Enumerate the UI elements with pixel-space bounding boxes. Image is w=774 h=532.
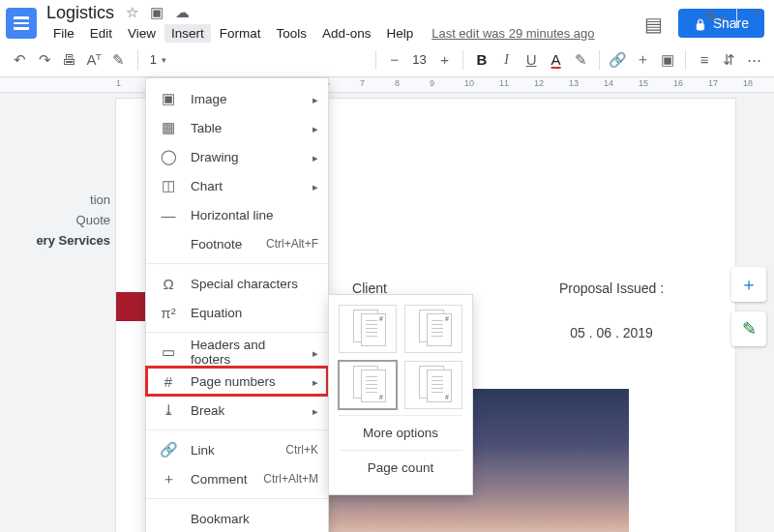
menu-view[interactable]: View — [121, 24, 163, 43]
zoom-select[interactable]: 1 — [146, 52, 170, 67]
insert-break[interactable]: ⤓Break — [146, 396, 328, 425]
open-comments-icon[interactable]: ▤ — [643, 13, 665, 34]
page-count-item[interactable]: Page count — [339, 451, 462, 485]
document-title[interactable]: Logistics — [46, 3, 114, 23]
horizontal-line-icon: — — [158, 207, 179, 223]
star-icon[interactable]: ☆ — [124, 5, 139, 20]
page-numbers-more-options[interactable]: More options — [339, 416, 462, 450]
move-icon[interactable]: ▣ — [149, 5, 164, 20]
outline-item[interactable]: Quote — [0, 210, 110, 230]
pagenum-option-header-right[interactable]: # — [339, 305, 397, 353]
underline-icon[interactable]: U — [521, 48, 542, 72]
title-block: Logistics ☆ ▣ ☁ FileEditViewInsertFormat… — [46, 3, 643, 44]
menu-item-label: Table — [191, 121, 309, 135]
last-edit-link[interactable]: Last edit was 29 minutes ago — [432, 26, 594, 41]
menu-item-label: Break — [191, 403, 309, 418]
menu-bar: FileEditViewInsertFormatToolsAdd-onsHelp… — [46, 22, 643, 44]
undo-icon[interactable]: ↶ — [10, 48, 31, 72]
font-size-value[interactable]: 13 — [408, 52, 430, 67]
insert-bookmark[interactable]: Bookmark — [146, 504, 328, 532]
menu-item-label: Image — [191, 92, 309, 106]
pagenum-option-footer-right-skip-first[interactable]: # — [404, 361, 462, 409]
shortcut-label: Ctrl+Alt+M — [263, 472, 318, 486]
font-size-inc[interactable]: + — [434, 48, 456, 72]
submenu-arrow-icon — [309, 179, 318, 193]
table-icon: ▦ — [158, 119, 179, 136]
insert-drawing[interactable]: ◯Drawing — [146, 142, 328, 171]
menu-item-label: Chart — [191, 179, 309, 193]
insert-horizontal-line[interactable]: —Horizontal line — [146, 200, 328, 229]
accent-bar — [116, 292, 147, 321]
docs-logo[interactable] — [6, 8, 37, 39]
insert-headers-and-footers[interactable]: ▭Headers and footers — [146, 338, 328, 367]
menu-tools[interactable]: Tools — [270, 24, 314, 43]
italic-icon[interactable]: I — [496, 48, 518, 72]
pagenum-option-footer-right[interactable]: # — [339, 361, 397, 409]
chart-icon: ◫ — [158, 177, 179, 194]
add-comment-fab[interactable]: ＋ — [731, 267, 766, 302]
insert-menu-dropdown[interactable]: ▣Image▦Table◯Drawing◫Chart—Horizontal li… — [145, 77, 329, 532]
spellcheck-icon[interactable]: Aᵀ — [84, 48, 105, 72]
insert-link-icon[interactable]: 🔗 — [608, 48, 629, 72]
submenu-arrow-icon — [309, 121, 318, 135]
submenu-arrow-icon — [309, 403, 318, 418]
menu-item-label: Headers and footers — [191, 338, 309, 367]
bold-icon[interactable]: B — [471, 48, 492, 72]
align-icon[interactable]: ≡ — [694, 48, 715, 72]
suggest-edit-fab[interactable]: ✎ — [731, 311, 766, 346]
ruler[interactable]: 1123456789101112131415161718 — [0, 77, 774, 93]
insert-page-numbers[interactable]: #Page numbers — [146, 367, 328, 396]
redo-icon[interactable]: ↷ — [35, 48, 56, 72]
floating-actions: ＋ ✎ — [731, 267, 766, 346]
text-color-icon[interactable]: A — [546, 48, 567, 72]
insert-footnote[interactable]: FootnoteCtrl+Alt+F — [146, 229, 328, 258]
insert-table[interactable]: ▦Table — [146, 113, 328, 142]
submenu-arrow-icon — [309, 374, 318, 389]
editing-mode-icon[interactable]: ✎ — [703, 6, 727, 29]
page-numbers-submenu[interactable]: # # # # More options Page count — [328, 294, 473, 495]
line-spacing-icon[interactable]: ⇵ — [719, 48, 740, 72]
menu-item-label: Comment — [191, 472, 263, 487]
font-size-dec[interactable]: − — [384, 48, 405, 72]
insert-comment-icon[interactable]: ＋ — [632, 48, 653, 72]
headers-and-footers-icon: ▭ — [158, 343, 179, 361]
equation-icon: π² — [158, 305, 179, 321]
page-numbers-icon: # — [158, 373, 179, 390]
cloud-saved-icon: ☁ — [174, 5, 190, 20]
pagenum-option-header-right-skip-first[interactable]: # — [404, 305, 462, 353]
insert-link[interactable]: 🔗LinkCtrl+K — [146, 435, 328, 464]
insert-comment[interactable]: ＋CommentCtrl+Alt+M — [146, 464, 328, 493]
menu-format[interactable]: Format — [213, 24, 268, 43]
link-icon: 🔗 — [158, 441, 179, 458]
special-characters-icon: Ω — [158, 276, 179, 292]
menu-item-label: Horizontal line — [191, 208, 318, 222]
outline-item[interactable]: ery Services — [0, 230, 110, 251]
paint-format-icon[interactable]: ✎ — [108, 48, 130, 72]
insert-special-characters[interactable]: ΩSpecial characters — [146, 269, 328, 298]
menu-add-ons[interactable]: Add-ons — [315, 24, 377, 43]
menu-edit[interactable]: Edit — [83, 24, 119, 43]
insert-image[interactable]: ▣Image — [146, 84, 328, 113]
menu-help[interactable]: Help — [379, 24, 420, 43]
app-header: Logistics ☆ ▣ ☁ FileEditViewInsertFormat… — [0, 0, 774, 43]
insert-chart[interactable]: ◫Chart — [146, 171, 328, 200]
submenu-arrow-icon — [309, 150, 318, 164]
more-icon[interactable]: ⋯ — [743, 48, 764, 72]
highlight-icon[interactable]: ✎ — [570, 48, 591, 72]
document-outline[interactable]: tionQuoteery Services — [0, 93, 116, 532]
menu-item-label: Link — [191, 443, 285, 458]
menu-file[interactable]: File — [46, 24, 81, 43]
menu-item-label: Footnote — [191, 237, 266, 251]
menu-item-label: Drawing — [191, 150, 309, 164]
menu-item-label: Page numbers — [191, 374, 309, 389]
insert-image-icon[interactable]: ▣ — [657, 48, 678, 72]
submenu-arrow-icon — [309, 345, 318, 360]
collapse-toolbar-icon[interactable]: ˄ — [747, 6, 770, 29]
menu-insert[interactable]: Insert — [164, 24, 211, 43]
shortcut-label: Ctrl+Alt+F — [266, 237, 318, 251]
outline-item[interactable]: tion — [0, 190, 110, 210]
menu-item-label: Bookmark — [191, 512, 318, 526]
insert-equation[interactable]: π²Equation — [146, 298, 328, 327]
print-icon[interactable]: 🖶 — [59, 48, 80, 72]
break-icon: ⤓ — [158, 401, 179, 419]
